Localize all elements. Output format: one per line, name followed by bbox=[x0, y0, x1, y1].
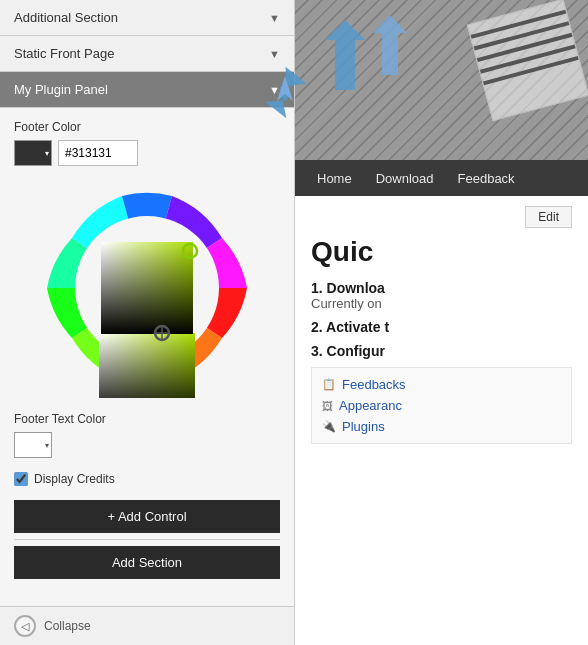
static-front-page-label: Static Front Page bbox=[14, 46, 114, 61]
appearance-icon: 🖼 bbox=[322, 400, 333, 412]
collapse-bar[interactable]: ◁ Collapse bbox=[0, 606, 294, 645]
edit-button[interactable]: Edit bbox=[525, 206, 572, 228]
my-plugin-panel-label: My Plugin Panel bbox=[14, 82, 108, 97]
footer-text-color-swatch[interactable]: ▾ bbox=[14, 432, 52, 458]
sidebar-link-feedbacks-label: Feedbacks bbox=[342, 377, 406, 392]
swatch-caret: ▾ bbox=[45, 149, 49, 158]
main-layout: Additional Section ▼ Static Front Page ▼… bbox=[0, 0, 588, 645]
edit-button-row: Edit bbox=[311, 206, 572, 228]
display-credits-label[interactable]: Display Credits bbox=[34, 472, 115, 486]
feedbacks-icon: 📋 bbox=[322, 378, 336, 391]
footer-color-swatch[interactable]: ▾ bbox=[14, 140, 52, 166]
static-front-page-header[interactable]: Static Front Page ▼ bbox=[0, 36, 294, 72]
svg-marker-8 bbox=[325, 20, 365, 90]
nav-bar: Home Download Feedback bbox=[295, 160, 588, 196]
left-panel: Additional Section ▼ Static Front Page ▼… bbox=[0, 0, 295, 645]
add-section-button[interactable]: Add Section bbox=[14, 546, 280, 579]
content-title: Quic bbox=[311, 236, 572, 268]
svg-marker-6 bbox=[255, 66, 315, 123]
content-item-3: 3. Configur bbox=[311, 343, 572, 359]
divider bbox=[14, 539, 280, 540]
content-item-1-header: 1. Downloa bbox=[311, 280, 572, 296]
svg-rect-3 bbox=[101, 242, 193, 334]
sidebar-link-appearance[interactable]: 🖼 Appearanc bbox=[322, 395, 561, 416]
sidebar-links: 📋 Feedbacks 🖼 Appearanc 🔌 Plugins bbox=[311, 367, 572, 444]
sidebar-link-appearance-label: Appearanc bbox=[339, 398, 402, 413]
sidebar-link-plugins[interactable]: 🔌 Plugins bbox=[322, 416, 561, 437]
collapse-circle-button[interactable]: ◁ bbox=[14, 615, 36, 637]
sidebar-link-plugins-label: Plugins bbox=[342, 419, 385, 434]
color-wheel-svg[interactable] bbox=[37, 178, 257, 398]
additional-section-chevron: ▼ bbox=[269, 12, 280, 24]
sidebar-link-feedbacks[interactable]: 📋 Feedbacks bbox=[322, 374, 561, 395]
nav-item-download[interactable]: Download bbox=[364, 160, 446, 196]
footer-text-color-row: ▾ bbox=[14, 432, 280, 458]
footer-color-hex-input[interactable] bbox=[58, 140, 138, 166]
header-blue-arrow-right bbox=[365, 15, 415, 85]
static-front-page-chevron: ▼ bbox=[269, 48, 280, 60]
right-panel: Home Download Feedback Edit Quic 1. Down… bbox=[295, 0, 588, 645]
nav-item-feedback[interactable]: Feedback bbox=[446, 160, 527, 196]
color-wheel-container[interactable] bbox=[37, 178, 257, 398]
collapse-label: Collapse bbox=[44, 619, 91, 633]
color-square-v bbox=[99, 333, 195, 398]
footer-text-color-label: Footer Text Color bbox=[14, 412, 280, 426]
display-credits-checkbox[interactable] bbox=[14, 472, 28, 486]
content-item-2-header: 2. Activate t bbox=[311, 319, 572, 335]
svg-marker-9 bbox=[373, 15, 407, 75]
footer-color-row: ▾ bbox=[14, 140, 280, 166]
footer-color-label: Footer Color bbox=[14, 120, 280, 134]
display-credits-row: Display Credits bbox=[14, 472, 280, 486]
my-plugin-panel-header[interactable]: My Plugin Panel ▼ bbox=[0, 72, 294, 108]
header-image bbox=[295, 0, 588, 160]
additional-section-header[interactable]: Additional Section ▼ bbox=[0, 0, 294, 36]
nav-item-home[interactable]: Home bbox=[305, 160, 364, 196]
blue-pointer-arrow bbox=[255, 66, 315, 129]
footer-text-swatch-caret: ▾ bbox=[45, 441, 49, 450]
content-item-1: 1. Downloa Currently on bbox=[311, 280, 572, 311]
content-item-2: 2. Activate t bbox=[311, 319, 572, 335]
add-control-button[interactable]: + Add Control bbox=[14, 500, 280, 533]
content-item-3-header: 3. Configur bbox=[311, 343, 572, 359]
content-area: Edit Quic 1. Downloa Currently on 2. Act… bbox=[295, 196, 588, 645]
plugins-icon: 🔌 bbox=[322, 420, 336, 433]
panel-content: Footer Color ▾ bbox=[0, 108, 294, 606]
additional-section-label: Additional Section bbox=[14, 10, 118, 25]
content-item-1-text: Currently on bbox=[311, 296, 572, 311]
